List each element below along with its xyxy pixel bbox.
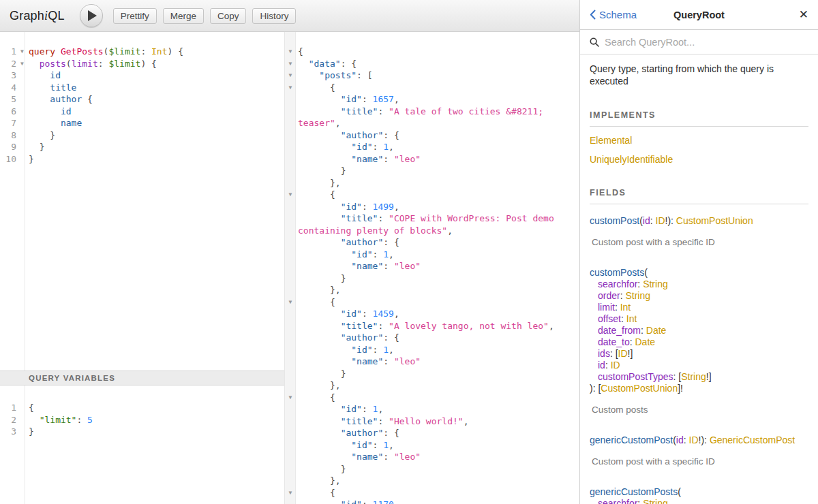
fold-arrow-icon[interactable]: ▼ <box>285 69 296 82</box>
fold-gutter <box>19 129 25 142</box>
token <box>29 94 50 104</box>
token <box>29 59 40 69</box>
argument-name: ids <box>598 348 610 359</box>
code-text: teaser", <box>296 117 341 129</box>
merge-button[interactable]: Merge <box>163 8 204 24</box>
field-signature-line: id: ID <box>590 360 808 371</box>
query-editor[interactable]: 1▼query GetPosts($limit: Int) {2▼ posts(… <box>0 32 284 371</box>
code-text: } <box>296 463 346 475</box>
token: title <box>50 82 76 93</box>
type-link[interactable]: ID <box>689 435 699 445</box>
type-link[interactable]: ID <box>611 360 620 371</box>
code-line: 6 id <box>0 106 284 118</box>
fold-arrow-icon[interactable]: ▼ <box>285 296 296 309</box>
fold-gutter <box>285 212 296 225</box>
token <box>29 142 40 152</box>
fold-gutter <box>285 379 296 392</box>
token: : { <box>383 237 399 247</box>
fold-gutter <box>285 249 296 261</box>
token <box>298 464 341 474</box>
fold-arrow-icon[interactable]: ▼ <box>285 392 296 404</box>
token: } <box>341 166 346 176</box>
token: "id" <box>341 202 362 212</box>
history-button[interactable]: History <box>252 8 296 24</box>
copy-button[interactable]: Copy <box>210 8 247 24</box>
field-link[interactable]: customPost <box>590 215 639 226</box>
token: "author" <box>341 428 384 438</box>
code-text: "author": { <box>296 129 399 142</box>
fold-arrow-icon[interactable]: ▼ <box>285 189 296 201</box>
type-link[interactable]: String <box>643 498 668 504</box>
type-link[interactable]: Int <box>620 302 631 313</box>
fold-gutter <box>285 177 296 189</box>
token: "id" <box>341 499 362 504</box>
field-link[interactable]: genericCustomPost <box>590 435 673 445</box>
fold-arrow-icon[interactable]: ▼ <box>19 46 25 58</box>
query-variables-title-bar[interactable]: QUERY VARIABLES <box>0 371 284 385</box>
type-link[interactable]: Date <box>635 336 656 347</box>
type-link[interactable]: String <box>625 290 650 301</box>
argument-name: order <box>598 290 620 301</box>
doc-back-link[interactable]: Schema <box>590 9 637 20</box>
token <box>298 309 341 319</box>
fold-arrow-icon[interactable]: ▼ <box>285 58 296 70</box>
doc-search-input[interactable] <box>605 37 808 48</box>
prettify-button[interactable]: Prettify <box>113 8 157 24</box>
type-link[interactable]: ID <box>618 348 628 359</box>
fold-gutter <box>285 415 296 428</box>
token: : { <box>383 428 399 438</box>
code-text: containing plenty of blocks", <box>296 225 453 237</box>
token: , <box>394 202 399 212</box>
fold-gutter <box>19 93 25 106</box>
token: "leo" <box>394 356 421 366</box>
doc-close-button[interactable]: ✕ <box>799 9 808 20</box>
type-link[interactable]: GenericCustomPost <box>710 435 795 445</box>
signature-text: : <box>605 360 611 371</box>
field-signature-line: customPost(id: ID!): CustomPostUnion <box>590 215 808 227</box>
token: : <box>362 202 373 212</box>
token: { <box>330 297 335 307</box>
signature-text: : <box>684 435 689 445</box>
field-link[interactable]: genericCustomPosts <box>590 486 678 497</box>
code-text: { <box>296 189 335 201</box>
field-signature-line: offset: Int <box>590 313 808 325</box>
variables-editor[interactable]: 1{2 "limit": 53} <box>0 385 284 504</box>
fold-gutter <box>285 475 296 487</box>
type-link[interactable]: CustomPostUnion <box>676 215 753 226</box>
field-link[interactable]: customPosts <box>590 267 644 278</box>
token <box>29 118 61 128</box>
field-signature-line: searchfor: String <box>590 279 808 290</box>
fold-arrow-icon[interactable]: ▼ <box>19 58 25 70</box>
fold-arrow-icon[interactable]: ▼ <box>285 487 296 499</box>
code-text: "name": "leo" <box>296 260 421 272</box>
token: }, <box>330 475 341 486</box>
type-link-uniquely-identifiable[interactable]: UniquelyIdentifiable <box>590 154 808 165</box>
line-number: 2 <box>0 414 19 426</box>
type-link[interactable]: Date <box>646 325 667 336</box>
type-link[interactable]: Int <box>626 313 637 324</box>
fold-gutter <box>19 106 25 118</box>
token: ( <box>66 59 72 69</box>
line-number: 2 <box>0 58 19 70</box>
type-link[interactable]: String <box>681 371 706 382</box>
fold-arrow-icon[interactable]: ▼ <box>285 46 296 58</box>
token: : <box>383 356 394 366</box>
token: author <box>50 94 82 104</box>
token: "id" <box>351 440 372 450</box>
type-link[interactable]: ID <box>656 215 665 226</box>
type-link[interactable]: CustomPostUnion <box>601 383 678 394</box>
fold-gutter <box>19 426 25 438</box>
code-text: { <box>296 46 303 58</box>
token: : <box>383 452 394 462</box>
token: : <box>373 440 384 450</box>
token: "id" <box>351 345 372 355</box>
code-text: id <box>25 106 72 118</box>
token <box>298 428 341 438</box>
type-link[interactable]: String <box>643 279 668 289</box>
fold-gutter <box>19 117 25 129</box>
fold-arrow-icon[interactable]: ▼ <box>285 82 296 94</box>
execute-query-button[interactable] <box>80 4 103 27</box>
fold-gutter <box>285 356 296 368</box>
token <box>29 130 50 140</box>
type-link-elemental[interactable]: Elemental <box>590 135 808 146</box>
